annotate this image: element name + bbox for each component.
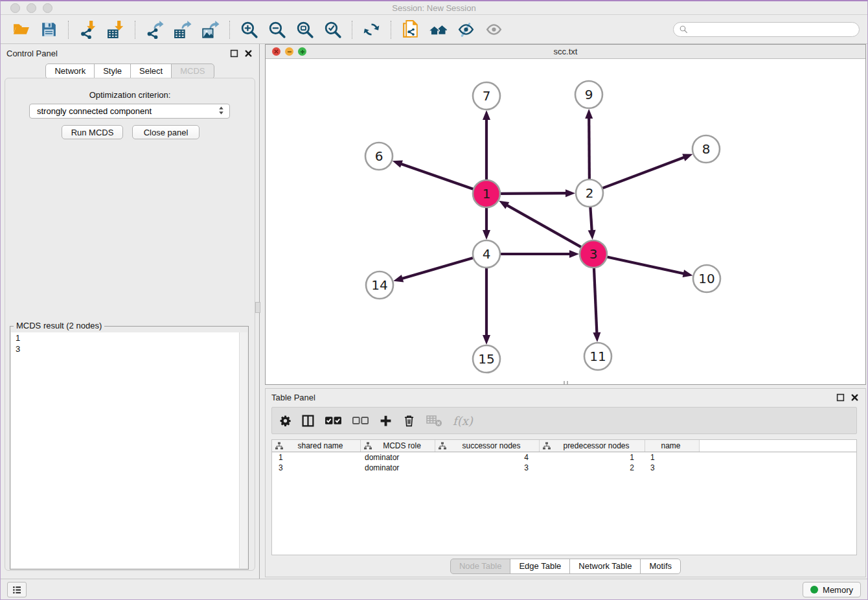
graph-edge-2-9[interactable] xyxy=(589,117,589,181)
tab-select[interactable]: Select xyxy=(130,63,172,79)
graph-edge-arrow-4-14 xyxy=(393,275,404,283)
run-mcds-button[interactable]: Run MCDS xyxy=(62,125,123,139)
graph-node-label-1: 1 xyxy=(483,186,491,202)
column-header-successor-nodes[interactable]: successor nodes xyxy=(435,440,540,452)
hide-graphics-details-icon[interactable] xyxy=(452,19,480,40)
zoom-selected-icon[interactable] xyxy=(319,19,347,40)
show-graphics-details-icon[interactable] xyxy=(480,19,508,40)
column-header-MCDS-role[interactable]: MCDS role xyxy=(361,440,435,452)
graph-edge-3-10[interactable] xyxy=(605,257,685,274)
open-session-icon[interactable] xyxy=(7,19,35,40)
tab-mcds[interactable]: MCDS xyxy=(171,63,214,79)
tab-network[interactable]: Network xyxy=(45,63,95,79)
criterion-select[interactable]: strongly connected component xyxy=(29,104,230,119)
criterion-value: strongly connected component xyxy=(37,106,152,116)
task-history-button[interactable] xyxy=(7,582,27,597)
split-columns-icon[interactable] xyxy=(301,414,315,428)
close-panel-icon[interactable] xyxy=(244,49,253,58)
graph-edge-1-6[interactable] xyxy=(400,163,475,190)
settings-gear-icon[interactable] xyxy=(279,415,291,427)
network-file-icon[interactable] xyxy=(396,19,424,40)
export-network-icon[interactable] xyxy=(141,19,168,40)
close-panel-button[interactable]: Close panel xyxy=(132,125,200,139)
zoom-out-icon[interactable] xyxy=(263,19,291,40)
zoom-in-icon[interactable] xyxy=(235,19,263,40)
clear-all-checkboxes-icon[interactable] xyxy=(352,415,369,427)
close-table-panel-icon[interactable] xyxy=(851,393,859,402)
table-cell: 3 xyxy=(645,463,700,472)
search-input[interactable] xyxy=(689,25,854,34)
column-header-predecessor-nodes[interactable]: predecessor nodes xyxy=(540,440,645,452)
main-area: Control Panel NetworkStyleSelectMCDS Opt… xyxy=(1,44,867,579)
export-table-icon[interactable] xyxy=(168,19,196,40)
add-column-icon[interactable] xyxy=(379,414,393,428)
export-image-icon[interactable] xyxy=(196,19,224,40)
table-row[interactable]: 1dominator411 xyxy=(272,452,856,463)
table-cell: 1 xyxy=(540,453,645,462)
memory-button[interactable]: Memory xyxy=(803,582,861,597)
control-panel-header: Control Panel xyxy=(6,46,253,60)
table-tabs: Node TableEdge TableNetwork TableMotifs xyxy=(266,559,865,574)
import-network-icon[interactable] xyxy=(74,19,102,40)
table-panel-title: Table Panel xyxy=(271,393,315,402)
toolbar-separator xyxy=(68,21,69,39)
table-cell: 4 xyxy=(435,453,540,462)
select-all-checkboxes-icon[interactable] xyxy=(325,415,342,427)
refresh-layout-icon[interactable] xyxy=(358,19,385,40)
column-header-name[interactable]: name xyxy=(645,440,700,452)
column-header-filler xyxy=(700,440,856,452)
graph-edge-4-14[interactable] xyxy=(401,257,475,279)
canvas-resize-grip[interactable] xyxy=(560,381,571,384)
vertical-splitter-grip[interactable] xyxy=(255,302,260,313)
table-cell: 2 xyxy=(540,463,645,472)
graph-node-label-8: 8 xyxy=(702,141,711,157)
graph-edge-arrow-3-1 xyxy=(499,201,509,209)
graph-edge-3-11[interactable] xyxy=(594,266,597,334)
save-session-icon[interactable] xyxy=(35,19,63,40)
float-table-panel-icon[interactable] xyxy=(836,393,845,402)
tab-motifs[interactable]: Motifs xyxy=(640,559,681,574)
mcds-result-item: 1 xyxy=(11,332,239,343)
home-icon[interactable] xyxy=(424,19,452,40)
right-area: scc.txt 7968124314101511 Table Panel f(x… xyxy=(260,44,867,579)
toolbar-separator xyxy=(352,21,352,39)
memory-label: Memory xyxy=(823,585,853,595)
graph-edge-arrow-3-11 xyxy=(593,332,600,342)
toolbar-separator xyxy=(135,21,135,39)
tab-style[interactable]: Style xyxy=(94,63,131,79)
import-table-icon[interactable] xyxy=(102,19,130,40)
mcds-result-scrollbar[interactable] xyxy=(239,332,247,568)
list-icon xyxy=(12,584,23,595)
table-toolbar: f(x) xyxy=(271,407,857,434)
column-header-shared-name[interactable]: shared name xyxy=(272,440,361,452)
graph-edge-2-3[interactable] xyxy=(590,205,592,232)
table-body: 1dominator4113dominator323 xyxy=(272,452,856,473)
graph-edge-arrow-3-10 xyxy=(683,270,693,277)
tab-node-table[interactable]: Node Table xyxy=(450,559,511,574)
graph-edge-2-8[interactable] xyxy=(600,157,685,189)
tab-network-table[interactable]: Network Table xyxy=(569,559,641,574)
graph-node-label-11: 11 xyxy=(589,349,606,364)
float-panel-icon[interactable] xyxy=(230,49,238,58)
control-panel-title: Control Panel xyxy=(6,49,58,58)
titlebar: Session: New Session xyxy=(1,1,867,15)
graph-edge-3-1[interactable] xyxy=(506,205,584,248)
table-row[interactable]: 3dominator323 xyxy=(272,463,856,473)
node-table[interactable]: shared nameMCDS rolesuccessor nodesprede… xyxy=(271,439,857,555)
graph-edge-arrow-1-6 xyxy=(393,161,403,168)
mcds-result-list[interactable]: 13 xyxy=(11,332,239,568)
graph-node-label-6: 6 xyxy=(375,148,383,164)
graph-edge-arrow-2-9 xyxy=(585,109,593,119)
table-cell: 1 xyxy=(645,453,700,462)
graph-edge-1-2[interactable] xyxy=(498,193,567,194)
network-canvas[interactable]: 7968124314101511 xyxy=(266,59,865,384)
table-cell: dominator xyxy=(361,463,435,472)
graph-node-label-9: 9 xyxy=(585,87,593,102)
zoom-fit-icon[interactable] xyxy=(291,19,319,40)
delete-column-icon[interactable] xyxy=(402,414,416,428)
graph-node-label-7: 7 xyxy=(483,88,491,104)
tab-edge-table[interactable]: Edge Table xyxy=(510,559,570,574)
search-box[interactable] xyxy=(673,22,860,37)
graph-node-label-2: 2 xyxy=(586,185,594,201)
network-graph: 7968124314101511 xyxy=(266,59,865,384)
